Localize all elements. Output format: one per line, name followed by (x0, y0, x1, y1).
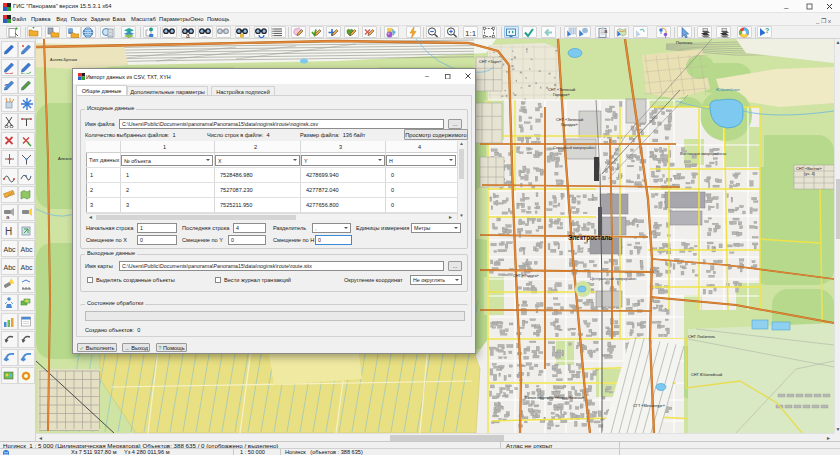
svg-text:СНТ Любитель: СНТ Любитель (688, 334, 715, 339)
svg-text:Abc: Abc (4, 264, 17, 271)
svg-text:a: a (6, 214, 10, 219)
svg-text:Северный микрорайон: Северный микрорайон (553, 145, 595, 150)
svg-text:Восточные микрорайоны: Восточные микрорайоны (680, 151, 727, 156)
svg-text:?: ? (765, 27, 769, 34)
svg-text:СНТ «Радуга»: СНТ «Радуга» (513, 273, 539, 278)
svg-text:СГТ «Металлург»: СГТ «Металлург» (633, 403, 665, 408)
svg-text:H: H (5, 226, 12, 237)
svg-text:Городок»: Городок» (561, 122, 578, 127)
svg-text:СНТ «Заря»: СНТ «Заря» (479, 59, 501, 64)
svg-text:Жилые кварталы «Новая Ногинка»: Жилые кварталы «Новая Ногинка» (524, 396, 584, 400)
svg-text:Abc: Abc (4, 246, 17, 253)
svg-text:Юбилейное: Юбилейное (716, 87, 740, 92)
svg-text:(уч. 4): (уч. 4) (804, 171, 816, 176)
svg-text:a: a (186, 32, 190, 38)
svg-text:1:1: 1:1 (465, 29, 476, 38)
svg-text:Abc: Abc (21, 246, 34, 253)
svg-text:Аэлево-Булгаки: Аэлево-Булгаки (50, 58, 77, 62)
svg-text:СНТ Юбилейный: СНТ Юбилейный (691, 372, 722, 377)
svg-text:a: a (604, 28, 608, 34)
svg-text:Abc: Abc (21, 264, 34, 271)
svg-text:Центральный микрорайон: Центральный микрорайон (590, 277, 636, 281)
svg-text:...: ... (202, 32, 207, 38)
svg-text:Электросталь: Электросталь (568, 234, 612, 242)
svg-text:Полянка: Полянка (676, 40, 693, 45)
svg-text:Городок»: Городок» (553, 92, 570, 97)
